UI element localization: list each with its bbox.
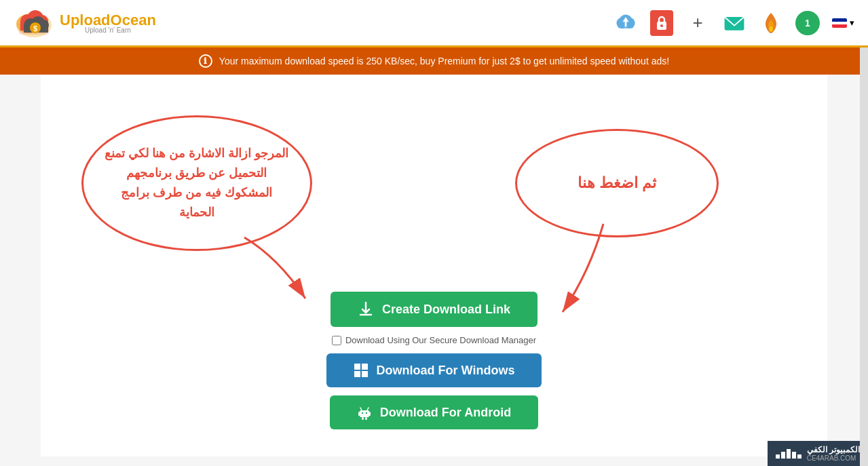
checkbox-label[interactable]: Download Using Our Secure Download Manag…	[345, 335, 536, 345]
svg-rect-34	[358, 412, 360, 416]
flag-icon	[832, 18, 847, 28]
header: $ UploadOcean Upload 'n' Earn	[0, 0, 868, 47]
download-section: Create Download Link Download Using Our …	[68, 292, 800, 429]
svg-rect-33	[360, 410, 369, 417]
svg-rect-30	[362, 364, 368, 370]
arrow-left	[238, 231, 319, 315]
bottom-bar-icon	[776, 449, 801, 459]
oval-right: ثم اضغط هنا	[515, 129, 719, 237]
logo[interactable]: $ UploadOcean Upload 'n' Earn	[14, 6, 156, 40]
svg-point-41	[366, 412, 367, 414]
bottom-url: CE4ARAB.COM	[807, 454, 860, 462]
svg-line-38	[360, 408, 362, 410]
logo-icon: $	[14, 6, 54, 40]
avatar[interactable]: 1	[795, 11, 820, 35]
scrollbar-track[interactable]	[860, 0, 868, 466]
bottom-site-name: الكمبيوتر الكفي	[807, 445, 860, 454]
svg-line-39	[367, 408, 369, 410]
svg-rect-37	[365, 417, 367, 420]
header-nav: + 1 ▾	[614, 10, 854, 36]
language-selector[interactable]: ▾	[832, 18, 854, 28]
plus-icon[interactable]: +	[685, 11, 710, 35]
svg-rect-35	[369, 412, 371, 416]
svg-point-25	[769, 26, 773, 32]
svg-rect-29	[354, 364, 360, 370]
info-message: Your maximum download speed is 250 KB/se…	[219, 56, 669, 66]
oval-left-text: المرجو ازالة الاشارة من هنا لكي تمنع الت…	[83, 144, 310, 222]
secure-download-checkbox[interactable]	[332, 336, 341, 345]
download-android-button[interactable]: Download For Android	[330, 395, 538, 429]
annotations-area: المرجو ازالة الاشارة من هنا لكي تمنع الت…	[68, 95, 800, 312]
svg-rect-21	[625, 22, 627, 26]
flame-icon[interactable]	[759, 11, 783, 35]
info-bar: ℹ Your maximum download speed is 250 KB/…	[0, 47, 868, 75]
checkbox-row: Download Using Our Secure Download Manag…	[332, 335, 536, 345]
download-windows-label: Download For Windows	[377, 364, 515, 378]
arrow-right	[549, 217, 617, 322]
download-windows-button[interactable]: Download For Windows	[326, 353, 542, 387]
lock-icon[interactable]	[650, 10, 673, 36]
svg-text:$: $	[33, 24, 37, 33]
svg-rect-36	[362, 417, 364, 420]
bottom-bar: الكمبيوتر الكفي CE4ARAB.COM	[768, 441, 868, 466]
svg-rect-32	[362, 371, 368, 377]
info-icon: ℹ	[199, 54, 212, 68]
mail-icon[interactable]	[722, 11, 747, 35]
upload-icon[interactable]	[614, 11, 638, 35]
download-android-label: Download For Android	[380, 406, 511, 420]
svg-rect-31	[354, 371, 360, 377]
svg-point-23	[660, 24, 663, 27]
oval-right-text: ثم اضغط هنا	[578, 174, 656, 192]
svg-point-40	[362, 412, 363, 414]
main-content: المرجو ازالة الاشارة من هنا لكي تمنع الت…	[41, 75, 827, 457]
